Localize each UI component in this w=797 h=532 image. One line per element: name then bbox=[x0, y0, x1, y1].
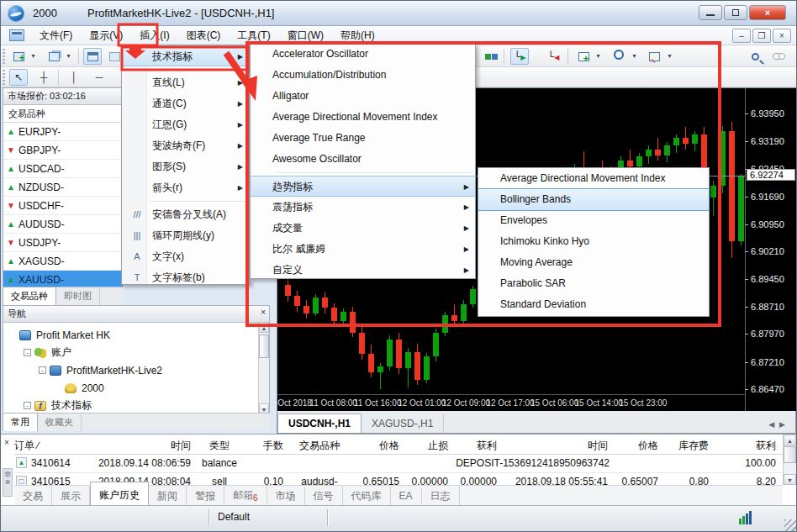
chart-tab-XAGUSD-,H1[interactable]: XAGUSD-,H1 bbox=[362, 414, 444, 433]
navigator-node-2000[interactable]: 2000 bbox=[8, 379, 269, 397]
new-order-button[interactable]: + bbox=[574, 48, 593, 65]
menu-item-成交量[interactable]: 成交量▶ bbox=[251, 218, 475, 239]
time-axis[interactable]: 11 Oct 201811 Oct 08:0011 Oct 16:0012 Oc… bbox=[277, 394, 745, 411]
profiles-button[interactable] bbox=[45, 48, 63, 65]
terminal-tab-市场[interactable]: 市场 bbox=[267, 487, 305, 506]
menu-item-文字标签(b)[interactable]: T文字标签(b) bbox=[122, 267, 249, 288]
chart-tab-scroll-arrows[interactable]: ◀▶ bbox=[768, 420, 790, 429]
symbol-row[interactable]: ▲AUDUSD- bbox=[3, 215, 123, 234]
menu-item-Accumulation/Distribution[interactable]: Accumulation/Distribution bbox=[251, 65, 475, 86]
menubar-item-图表(C)[interactable]: 图表(C) bbox=[178, 26, 230, 45]
horizontal-line-tool-button[interactable]: ─ bbox=[90, 69, 108, 86]
navigator-tab-收藏夹[interactable]: 收藏夹 bbox=[38, 413, 82, 431]
scroll-right-icon[interactable]: ▶ bbox=[779, 420, 790, 429]
collapse-icon[interactable]: - bbox=[39, 366, 46, 374]
toolbar-grip[interactable] bbox=[3, 70, 5, 85]
terminal-tab-邮箱[interactable]: 邮箱6 bbox=[224, 486, 267, 505]
menu-item-Alligator[interactable]: Alligator bbox=[251, 86, 475, 107]
terminal-tab-信号[interactable]: 信号 bbox=[305, 487, 343, 506]
menu-item-斐波纳奇(F)[interactable]: 斐波纳奇(F)▶ bbox=[122, 135, 249, 156]
menu-item-Average Directional Movement Index[interactable]: Average Directional Movement Index bbox=[478, 168, 709, 189]
navigator-scrollbar[interactable]: ▲ ▼ bbox=[258, 322, 269, 414]
menu-item-Envelopes[interactable]: Envelopes bbox=[478, 210, 709, 231]
column-header-订单[interactable]: 订单 ∕ bbox=[14, 439, 88, 453]
column-header-库存费[interactable]: 库存费 bbox=[665, 439, 709, 453]
menu-item-Moving Average[interactable]: Moving Average bbox=[478, 252, 709, 273]
navigator-node-Profit Market HK[interactable]: Profit Market HK bbox=[8, 326, 269, 344]
terminal-close-icon[interactable]: × bbox=[4, 438, 9, 447]
templates-button[interactable]: ∿ bbox=[645, 48, 663, 65]
menu-item-Parabolic SAR[interactable]: Parabolic SAR bbox=[478, 273, 709, 294]
menu-item-Average True Range[interactable]: Average True Range bbox=[251, 128, 475, 149]
menu-item-图形(S)[interactable]: 图形(S)▶ bbox=[122, 156, 249, 177]
symbol-row[interactable]: ▼GBPJPY- bbox=[3, 141, 123, 160]
column-header-类型[interactable]: 类型 bbox=[198, 439, 241, 453]
terminal-grip[interactable]: 非≋ bbox=[3, 468, 13, 497]
menu-item-Accelerator Oscillator[interactable]: Accelerator Oscillator bbox=[251, 44, 475, 65]
market-watch-tab-即时图[interactable]: 即时图 bbox=[56, 287, 100, 305]
symbol-row[interactable]: ▲USDCAD- bbox=[3, 160, 123, 178]
mdi-minimize-button[interactable]: – bbox=[732, 29, 751, 43]
terminal-tab-警报[interactable]: 警报 bbox=[187, 487, 224, 506]
order-row[interactable]: ▲34106142018.09.14 08:06:59balanceDEPOSI… bbox=[14, 455, 783, 473]
collapse-icon[interactable]: - bbox=[24, 349, 31, 356]
market-watch-tab-交易品种[interactable]: 交易品种 bbox=[3, 287, 56, 305]
collapse-icon[interactable]: - bbox=[24, 402, 31, 409]
menu-item-Average Directional Movement Index[interactable]: Average Directional Movement Index bbox=[251, 107, 475, 128]
column-header-手数[interactable]: 手数 bbox=[248, 439, 283, 453]
column-header-时间[interactable]: 时间 bbox=[95, 439, 191, 453]
chat-button[interactable] bbox=[769, 48, 788, 65]
menu-item-箭头(r)[interactable]: 箭头(r)▶ bbox=[122, 177, 249, 198]
mdi-restore-button[interactable]: ❐ bbox=[752, 29, 771, 43]
profiles-dropdown[interactable]: ▾ bbox=[64, 48, 73, 65]
symbol-row[interactable]: ▼USDJPY- bbox=[3, 234, 123, 252]
menu-item-通道(C)[interactable]: 通道(C)▶ bbox=[122, 93, 249, 114]
menu-item-Ichimoku Kinko Hyo[interactable]: Ichimoku Kinko Hyo bbox=[478, 231, 709, 252]
terminal-scrollbar[interactable]: ▲ ▼ bbox=[783, 435, 796, 485]
symbol-row[interactable]: ▲EURJPY- bbox=[3, 123, 123, 141]
periods-dropdown[interactable]: ▾ bbox=[630, 48, 639, 65]
market-watch-toggle-button[interactable] bbox=[83, 48, 102, 65]
navigator-tab-常用[interactable]: 常用 bbox=[3, 413, 38, 431]
templates-dropdown[interactable]: ▾ bbox=[665, 48, 674, 65]
search-button[interactable] bbox=[746, 48, 764, 65]
symbol-row[interactable]: ▼USDCHF- bbox=[3, 197, 123, 215]
crosshair-tool-button[interactable]: ┼ bbox=[34, 69, 53, 86]
menu-item-Awesome Oscillator[interactable]: Awesome Oscillator bbox=[251, 149, 475, 170]
column-header-交易品种[interactable]: 交易品种 bbox=[290, 439, 349, 453]
mdi-close-button[interactable]: × bbox=[773, 29, 791, 43]
navigator-node-ProfitMarketHK-Live2[interactable]: -ProfitMarketHK-Live2 bbox=[8, 361, 269, 379]
menu-item-循环周期线(y)[interactable]: |||循环周期线(y) bbox=[122, 225, 249, 246]
navigator-node-账户[interactable]: -账户 bbox=[8, 344, 269, 361]
profile-status[interactable]: Default bbox=[218, 511, 250, 523]
column-header-获利[interactable]: 获利 bbox=[715, 439, 776, 453]
navigator-node-技术指标[interactable]: -f技术指标 bbox=[8, 397, 269, 414]
menu-item-比尔 威廉姆[interactable]: 比尔 威廉姆▶ bbox=[251, 239, 475, 260]
tile-windows-button[interactable] bbox=[482, 48, 500, 65]
terminal-tab-日志[interactable]: 日志 bbox=[422, 487, 460, 506]
terminal-tab-账户历史[interactable]: 账户历史 bbox=[90, 482, 149, 505]
menu-item-震荡指标[interactable]: 震荡指标▶ bbox=[251, 197, 475, 218]
periods-clock-button[interactable] bbox=[610, 48, 628, 65]
price-axis[interactable]: 6.939506.931906.924506.916906.909506.902… bbox=[745, 88, 797, 411]
scroll-left-icon[interactable]: ◀ bbox=[768, 420, 779, 429]
menubar-item-文件(F)[interactable]: 文件(F) bbox=[31, 26, 81, 45]
new-chart-dropdown[interactable]: ▾ bbox=[29, 48, 38, 65]
menu-item-江恩(G)[interactable]: 江恩(G)▶ bbox=[122, 114, 249, 135]
menu-item-安德鲁分叉线(A)[interactable]: ///安德鲁分叉线(A) bbox=[122, 204, 249, 225]
new-order-dropdown[interactable]: ▾ bbox=[594, 48, 603, 65]
symbol-row[interactable]: ▲XAGUSD- bbox=[3, 252, 123, 271]
terminal-tab-交易[interactable]: 交易 bbox=[14, 487, 52, 506]
minimize-button[interactable] bbox=[699, 5, 722, 20]
column-header-获利[interactable]: 获利 bbox=[455, 439, 497, 453]
chart-tab-USDCNH-,H1[interactable]: USDCNH-,H1 bbox=[277, 413, 362, 433]
menu-item-趋势指标[interactable]: 趋势指标▶ bbox=[251, 176, 475, 197]
menu-item-技术指标[interactable]: 技术指标▶ bbox=[122, 45, 249, 66]
bar-chart-icon[interactable] bbox=[739, 511, 752, 524]
menu-item-Standard Deviation[interactable]: Standard Deviation bbox=[478, 294, 709, 315]
toolbar-grip[interactable] bbox=[3, 49, 5, 64]
column-header-时间[interactable]: 时间 bbox=[504, 439, 608, 453]
menubar-item-显示(V)[interactable]: 显示(V) bbox=[81, 26, 131, 45]
navigator-close-icon[interactable]: × bbox=[261, 308, 266, 317]
menu-item-自定义[interactable]: 自定义▶ bbox=[251, 260, 475, 281]
